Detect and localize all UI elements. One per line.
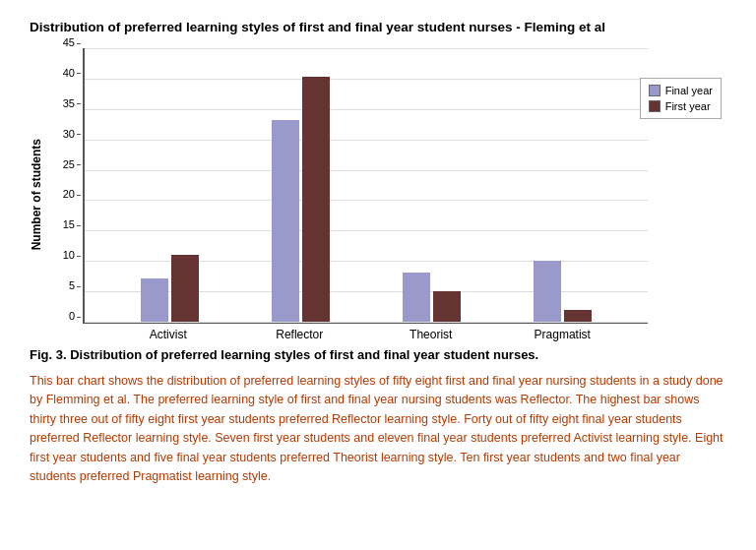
x-labels: ActivistReflectorTheoristPragmatist	[83, 328, 648, 341]
bar-first-year	[433, 291, 461, 322]
legend-first-year: First year	[649, 100, 713, 112]
y-tick-label: 35	[63, 98, 79, 109]
legend-final-year-label: Final year	[665, 85, 713, 96]
legend-first-year-color	[649, 100, 661, 112]
x-axis-label: Activist	[139, 328, 197, 341]
y-tick-label: 30	[63, 129, 79, 140]
legend-final-year: Final year	[649, 85, 713, 96]
y-tick-label: 25	[63, 159, 79, 170]
y-tick-label: 5	[69, 280, 79, 291]
y-tick-label: 15	[63, 219, 79, 230]
bar-group	[272, 77, 330, 322]
fig-caption: Fig. 3. Distribution of preferred learni…	[30, 347, 726, 362]
x-axis-label: Reflector	[271, 328, 329, 341]
gridline	[85, 322, 648, 323]
y-tick-label: 10	[63, 250, 79, 261]
description: This bar chart shows the distribution of…	[30, 372, 726, 486]
y-tick-label: 0	[69, 311, 79, 322]
chart-title: Distribution of preferred learning style…	[30, 20, 726, 34]
bar-first-year	[564, 310, 592, 322]
bar-final-year	[141, 278, 168, 322]
bar-final-year	[403, 273, 430, 322]
bar-first-year	[302, 77, 330, 322]
fig-caption-text: Fig. 3. Distribution of preferred learni…	[30, 347, 538, 362]
bars-section	[85, 48, 648, 322]
bar-final-year	[534, 261, 561, 322]
bar-group	[141, 255, 199, 322]
chart-area: Number of students 051015202530354045 Fi…	[30, 48, 726, 341]
x-axis-label: Pragmatist	[534, 328, 592, 341]
chart-inner: 051015202530354045 Final year First year	[83, 48, 648, 324]
bar-group	[403, 273, 461, 322]
legend-first-year-label: First year	[665, 100, 711, 112]
bar-group	[534, 261, 592, 322]
bar-first-year	[171, 255, 199, 322]
bar-final-year	[272, 120, 299, 322]
y-ticks: 051015202530354045	[49, 48, 83, 322]
x-axis-label: Theorist	[402, 328, 460, 341]
y-tick-label: 20	[63, 189, 79, 200]
y-tick-label: 45	[63, 37, 79, 48]
y-axis-label: Number of students	[30, 139, 43, 250]
legend-final-year-color	[649, 85, 661, 96]
y-tick-label: 40	[63, 68, 79, 79]
chart-container: 051015202530354045 Final year First year…	[47, 48, 726, 341]
legend: Final year First year	[640, 78, 722, 119]
